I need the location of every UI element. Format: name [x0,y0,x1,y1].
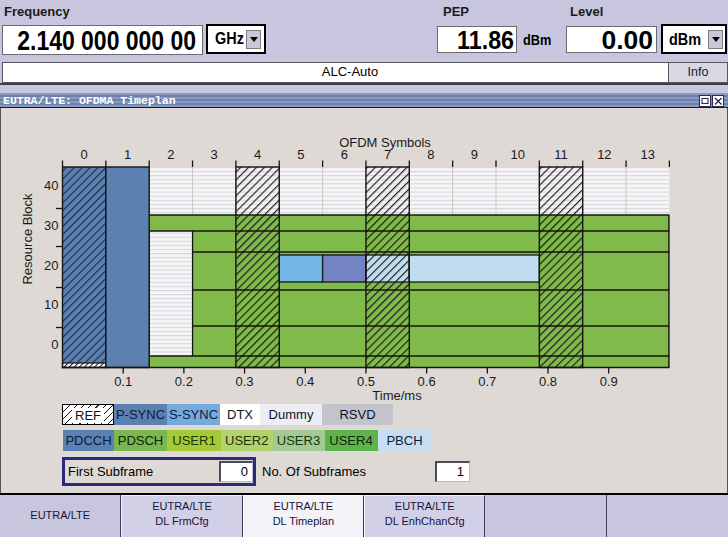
svg-text:0.9: 0.9 [600,374,618,389]
svg-text:20: 20 [44,258,58,273]
svg-text:13: 13 [640,147,654,162]
svg-text:7: 7 [384,147,391,162]
svg-text:1: 1 [124,147,131,162]
svg-text:0.1: 0.1 [114,374,132,389]
svg-text:0: 0 [51,337,58,352]
svg-text:11: 11 [554,147,568,162]
svg-text:6: 6 [341,147,348,162]
svg-text:0.5: 0.5 [357,374,375,389]
svg-text:Resource Block: Resource Block [20,193,35,285]
svg-text:9: 9 [471,147,478,162]
svg-text:4: 4 [254,147,261,162]
svg-text:8: 8 [427,147,434,162]
svg-text:40: 40 [44,178,58,193]
svg-text:0: 0 [81,147,88,162]
svg-text:30: 30 [44,218,58,233]
svg-text:3: 3 [211,147,218,162]
svg-text:2: 2 [167,147,174,162]
svg-text:12: 12 [597,147,611,162]
svg-text:10: 10 [510,147,524,162]
svg-text:0.4: 0.4 [296,374,314,389]
svg-text:0.6: 0.6 [418,374,436,389]
svg-text:Time/ms: Time/ms [372,388,422,403]
svg-text:0.3: 0.3 [236,374,254,389]
svg-text:5: 5 [297,147,304,162]
svg-text:0.2: 0.2 [175,374,193,389]
svg-text:0.8: 0.8 [539,374,557,389]
svg-text:10: 10 [44,297,58,312]
svg-text:0.7: 0.7 [478,374,496,389]
